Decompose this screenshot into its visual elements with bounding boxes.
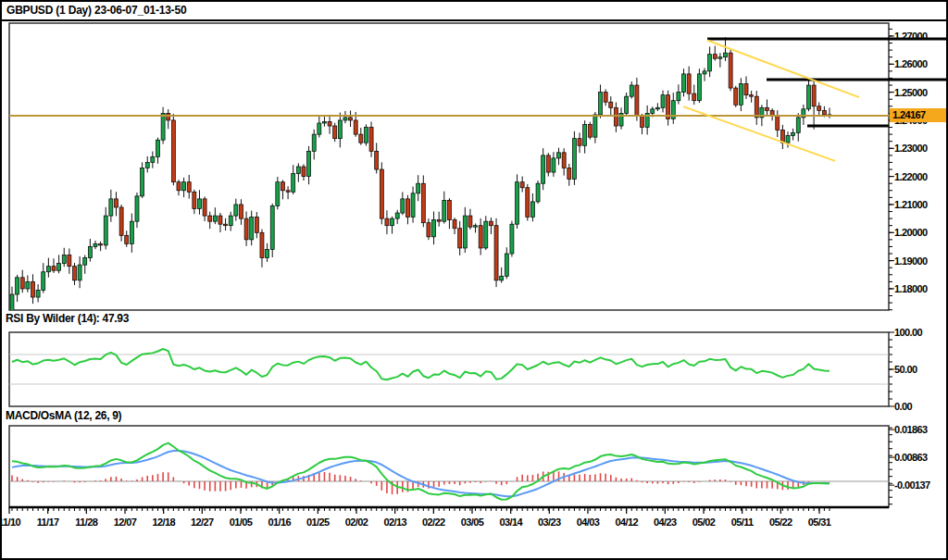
rsi-axis-label: 0.00 bbox=[894, 401, 912, 412]
candle-down bbox=[119, 207, 123, 235]
candle-down bbox=[614, 107, 617, 126]
price-axis-label: 1.27000 bbox=[894, 31, 928, 42]
candle-down bbox=[302, 167, 306, 177]
candle-up bbox=[401, 199, 405, 213]
candle-down bbox=[546, 156, 550, 172]
candle-down bbox=[20, 278, 24, 289]
date-axis-label: 04/23 bbox=[654, 516, 677, 528]
date-axis-label: 12/18 bbox=[152, 516, 175, 528]
candle-up bbox=[312, 134, 316, 151]
candle-up bbox=[552, 158, 555, 172]
price-axis-label: 1.19000 bbox=[894, 255, 928, 267]
date-axis-label: 03/05 bbox=[461, 516, 484, 528]
candle-down bbox=[281, 182, 284, 191]
date-axis-label: 03/14 bbox=[499, 516, 522, 528]
current-price-tag: 1.24167 bbox=[890, 108, 948, 122]
candle-down bbox=[349, 118, 353, 120]
rsi-line bbox=[12, 349, 830, 380]
candle-up bbox=[677, 93, 680, 101]
price-axis-label: 1.25000 bbox=[894, 87, 928, 98]
candle-down bbox=[203, 199, 206, 216]
candle-down bbox=[405, 199, 409, 218]
candle-down bbox=[437, 220, 441, 222]
candle-up bbox=[151, 156, 155, 162]
candle-up bbox=[395, 213, 399, 218]
candle-down bbox=[52, 267, 56, 271]
candle-down bbox=[167, 113, 170, 120]
date-axis-label: 11/28 bbox=[75, 516, 97, 528]
candle-down bbox=[729, 53, 732, 88]
candle-up bbox=[500, 276, 504, 280]
macd-indicator-title: MACD/OsMA (12, 26, 9) bbox=[6, 409, 121, 422]
candle-up bbox=[250, 218, 254, 240]
date-axis-label: 05/02 bbox=[692, 516, 716, 528]
candle-up bbox=[661, 95, 665, 108]
price-axis-label: 1.20000 bbox=[894, 227, 928, 238]
price-axis-label: 1.26000 bbox=[894, 58, 928, 69]
candle-down bbox=[604, 93, 607, 103]
candle-up bbox=[62, 255, 66, 264]
candle-up bbox=[432, 220, 436, 237]
candle-up bbox=[724, 53, 728, 57]
candle-up bbox=[651, 109, 655, 114]
candle-up bbox=[343, 118, 347, 120]
candle-down bbox=[359, 134, 363, 143]
date-axis-label: 02/22 bbox=[422, 516, 445, 528]
candle-down bbox=[427, 223, 430, 237]
candle-up bbox=[197, 199, 201, 209]
rsi-indicator-title: RSI By Wilder (14): 47.93 bbox=[6, 312, 129, 325]
date-axis-label: 11/17 bbox=[37, 516, 59, 528]
candle-down bbox=[494, 226, 498, 280]
candle-down bbox=[609, 102, 613, 107]
candle-down bbox=[692, 93, 696, 101]
candle-down bbox=[744, 84, 748, 95]
candle-down bbox=[239, 205, 243, 218]
candle-up bbox=[145, 162, 149, 168]
candle-up bbox=[307, 151, 311, 176]
candle-down bbox=[99, 243, 103, 245]
candle-up bbox=[88, 246, 92, 257]
candle-up bbox=[625, 96, 629, 113]
date-axis-label: 05/31 bbox=[808, 516, 831, 528]
candle-down bbox=[635, 85, 639, 116]
date-axis-label: 01/25 bbox=[306, 516, 330, 528]
candle-down bbox=[447, 200, 451, 219]
rsi-axis-label: 100.00 bbox=[894, 327, 922, 338]
candle-down bbox=[713, 55, 717, 59]
chart-canvas[interactable] bbox=[2, 2, 948, 560]
candle-up bbox=[78, 265, 81, 280]
candle-up bbox=[10, 294, 14, 313]
candle-up bbox=[322, 121, 326, 123]
date-axis-label: 12/07 bbox=[114, 516, 137, 528]
candle-down bbox=[568, 168, 571, 180]
candle-up bbox=[391, 218, 394, 226]
candle-down bbox=[380, 169, 383, 218]
price-axis-label: 1.18000 bbox=[894, 283, 928, 294]
candle-up bbox=[229, 216, 232, 226]
candle-up bbox=[234, 205, 238, 216]
candle-down bbox=[817, 106, 821, 111]
candle-up bbox=[104, 216, 107, 245]
candle-down bbox=[421, 183, 425, 222]
candle-up bbox=[57, 264, 61, 271]
candle-up bbox=[213, 216, 217, 221]
candle-up bbox=[156, 140, 159, 156]
candle-down bbox=[822, 110, 826, 115]
candle-down bbox=[578, 139, 581, 146]
candle-up bbox=[516, 182, 519, 224]
candle-up bbox=[135, 196, 139, 221]
candle-up bbox=[796, 118, 800, 133]
date-axis-label: 01/05 bbox=[230, 516, 253, 528]
candle-down bbox=[468, 216, 472, 227]
candle-down bbox=[31, 281, 34, 297]
candle-up bbox=[46, 267, 50, 272]
candle-up bbox=[505, 254, 508, 276]
candle-up bbox=[697, 74, 701, 101]
candle-up bbox=[338, 120, 342, 139]
candle-up bbox=[792, 133, 795, 136]
candle-down bbox=[328, 121, 331, 126]
candle-up bbox=[292, 174, 295, 193]
candle-up bbox=[593, 115, 597, 137]
candle-down bbox=[766, 107, 769, 110]
candle-up bbox=[141, 168, 144, 196]
